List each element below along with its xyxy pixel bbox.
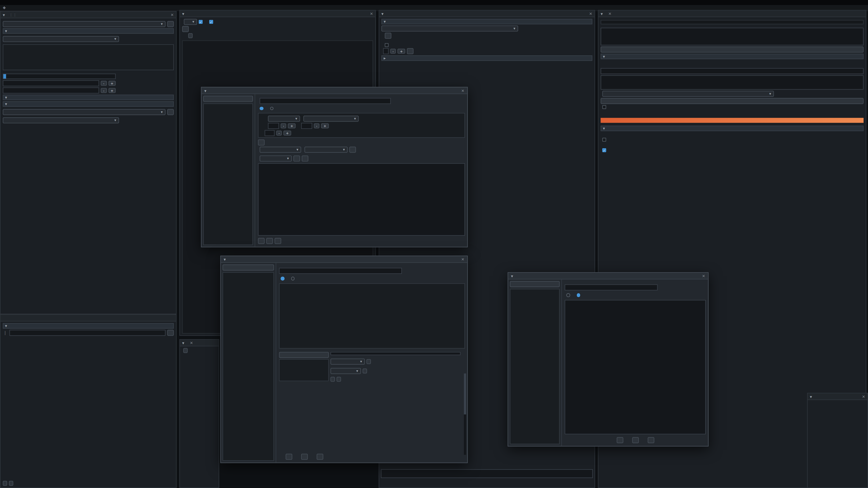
close-icon[interactable]: × (461, 88, 464, 93)
manage-personas-button[interactable] (167, 21, 174, 27)
preset-name-input[interactable] (565, 285, 657, 291)
delete-persona-button[interactable] (266, 238, 273, 244)
pref-hist-input[interactable] (265, 130, 275, 136)
project-radio[interactable] (270, 106, 274, 110)
clear-status-button[interactable] (188, 33, 193, 38)
persona-name-input[interactable] (260, 98, 391, 104)
pop-out-tier3-checkbox[interactable]: ✓ (602, 148, 606, 152)
system-prompt-textarea[interactable] (258, 163, 465, 235)
minus-button[interactable]: - (101, 81, 106, 86)
new-persona-button[interactable] (203, 96, 253, 102)
truncate-button[interactable] (407, 48, 413, 54)
manage-tools-button[interactable] (349, 147, 356, 153)
global-radio[interactable] (566, 293, 570, 297)
files-section-header[interactable]: ▼ (3, 323, 174, 328)
epic-textarea[interactable] (600, 28, 864, 45)
new-tool-preset-button[interactable] (222, 265, 274, 271)
clear-tool-calls-button[interactable] (183, 348, 188, 353)
minus-button[interactable]: - (314, 123, 319, 128)
pref-max-out-input[interactable] (301, 123, 312, 129)
minus-button[interactable]: - (391, 49, 396, 54)
profile-name-input[interactable] (331, 352, 461, 355)
tool-preset-select[interactable]: ▼ (3, 109, 165, 115)
minus-button[interactable]: - (281, 123, 286, 128)
base-dir-input[interactable] (9, 330, 165, 336)
close-dialog-button[interactable] (275, 238, 281, 244)
apply-button[interactable] (293, 156, 300, 162)
message-input[interactable] (381, 469, 593, 478)
plus-button[interactable]: + (288, 123, 296, 128)
provider-model-section-header[interactable]: ▼ (3, 28, 174, 34)
plan-epic-button[interactable] (600, 46, 864, 53)
add-files-button[interactable] (3, 481, 7, 486)
manage-presets-button[interactable] (167, 109, 174, 115)
bias-profile-select[interactable]: ▼ (3, 117, 119, 123)
new-profile-button[interactable] (279, 352, 329, 358)
close-icon[interactable]: × (608, 11, 612, 16)
delete-profile-button[interactable] (337, 377, 341, 382)
discussions-section-header[interactable]: ▼ (381, 19, 592, 24)
persona-select[interactable]: ▼ (3, 21, 165, 27)
close-dialog-button[interactable] (317, 454, 323, 460)
close-icon[interactable]: × (170, 12, 174, 17)
project-radio[interactable] (291, 276, 294, 280)
system-prompts-section-header[interactable]: ▼ (3, 95, 174, 100)
plus-button[interactable]: + (108, 81, 116, 86)
type-select[interactable]: ▼ (602, 91, 774, 97)
conductor-setup-header[interactable]: ▼ (600, 54, 864, 59)
save-button[interactable] (286, 454, 292, 460)
close-icon[interactable]: × (589, 11, 592, 16)
tool-override-select[interactable]: ▼ (331, 358, 365, 364)
close-icon[interactable]: × (461, 257, 464, 262)
auto-add-checkbox[interactable] (385, 43, 389, 47)
new-preset-button[interactable] (510, 281, 560, 287)
history-limit-input[interactable] (3, 88, 99, 94)
save-persona-button[interactable] (258, 238, 265, 244)
minus-button[interactable]: - (101, 88, 106, 93)
save-button[interactable] (616, 437, 623, 443)
plus-button[interactable]: + (284, 131, 291, 135)
add-tool-override-button[interactable] (366, 359, 371, 364)
active-presets-section-header[interactable]: ▼ (3, 101, 174, 107)
plus-button[interactable]: + (398, 49, 405, 54)
pref-temp-input[interactable] (268, 123, 279, 129)
scrollbar[interactable] (464, 373, 466, 455)
tool-preset-name-input[interactable] (279, 268, 402, 274)
category-override-select[interactable]: ▼ (331, 367, 361, 374)
track-name-input[interactable] (600, 68, 864, 74)
minus-button[interactable]: - (276, 131, 282, 135)
save-profile-button[interactable] (331, 377, 335, 382)
content-textarea[interactable] (565, 300, 706, 434)
plus-button[interactable]: + (108, 88, 116, 93)
close-icon[interactable]: × (702, 273, 705, 278)
add-wildcard-button[interactable] (9, 481, 13, 486)
pop-out-usage-checkbox[interactable]: ✓ (209, 20, 213, 24)
update-commit-button[interactable] (385, 33, 391, 39)
keep-pairs-input[interactable] (383, 48, 389, 54)
plus-button[interactable]: + (321, 123, 329, 128)
add-category-override-button[interactable] (363, 368, 367, 373)
pop-out-task-dag-checkbox[interactable] (602, 138, 606, 142)
preset-manager-titlebar[interactable]: ▼ × (508, 273, 708, 279)
close-dialog-button[interactable] (647, 437, 654, 443)
load-preset-select[interactable]: ▼ (260, 156, 292, 162)
project-radio[interactable] (577, 293, 580, 297)
persona-editor-titlebar[interactable]: ▼ × (202, 88, 467, 94)
close-icon[interactable]: × (370, 11, 373, 16)
roles-section-header[interactable]: ▶ (381, 55, 592, 61)
track-description-textarea[interactable] (600, 75, 864, 90)
global-radio[interactable] (281, 276, 284, 280)
global-radio[interactable] (260, 106, 264, 110)
close-icon[interactable]: × (862, 394, 865, 399)
browse-button[interactable] (167, 330, 174, 336)
pref-provider-select[interactable]: ▼ (268, 116, 300, 122)
close-icon[interactable]: × (190, 340, 193, 345)
manage-prompts-button[interactable] (302, 156, 308, 162)
add-preferred-model-button[interactable] (258, 139, 265, 145)
delete-button[interactable] (301, 454, 308, 460)
pop-out-tool-calls-checkbox[interactable]: ✓ (199, 20, 203, 24)
focus-agent-select[interactable]: ▼ (184, 19, 197, 25)
tool-preset-titlebar[interactable]: ▼ × (221, 256, 467, 263)
tier-model-config-header[interactable]: ▼ (600, 126, 864, 131)
delete-button[interactable] (632, 437, 639, 443)
